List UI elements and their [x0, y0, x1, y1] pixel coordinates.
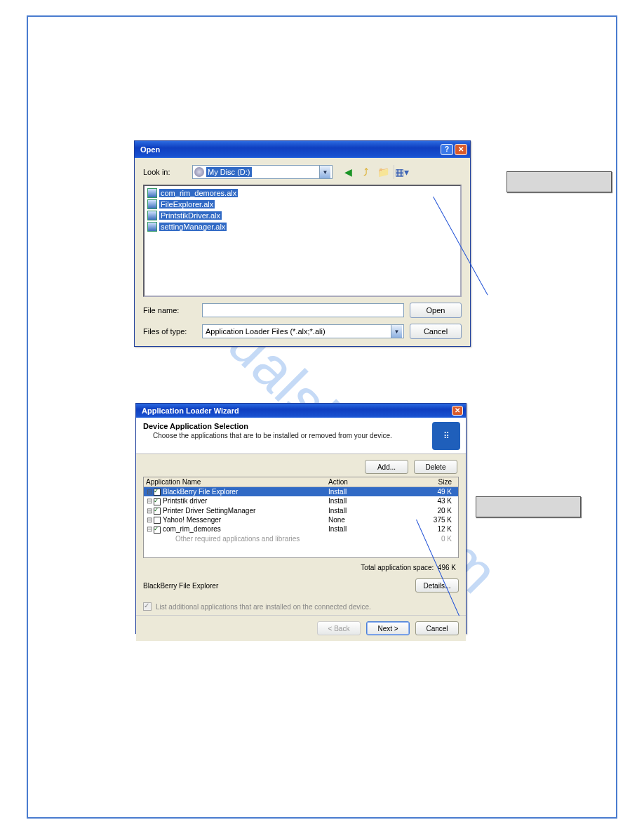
look-in-value: My Disc (D:)	[206, 167, 252, 177]
table-row[interactable]: ⊟Printer Driver SettingManager Install 2…	[144, 506, 458, 515]
wizard-header-title: Device Application Selection	[143, 422, 459, 430]
look-in-label: Look in:	[143, 168, 188, 176]
add-button[interactable]: Add...	[365, 460, 408, 474]
open-titlebar[interactable]: Open ? ✕	[135, 141, 470, 158]
callout-box	[476, 496, 581, 517]
table-row[interactable]: ⊟BlackBerry File Explorer Install 49 K	[144, 487, 458, 496]
file-icon	[147, 188, 157, 198]
file-icon	[147, 211, 157, 220]
file-name-label: File name:	[143, 306, 196, 315]
close-button[interactable]: ✕	[455, 144, 467, 155]
files-of-type-label: Files of type:	[143, 327, 196, 336]
file-item[interactable]: com_rim_demores.alx	[146, 187, 459, 199]
wizard-header: Device Application Selection Choose the …	[136, 418, 466, 454]
close-button[interactable]: ✕	[452, 406, 463, 416]
list-additional-checkbox[interactable]	[143, 602, 152, 611]
wizard-header-subtitle: Choose the applications that are to be i…	[153, 432, 459, 439]
file-icon	[147, 222, 157, 232]
open-title-text: Open	[140, 145, 439, 154]
new-folder-icon[interactable]: 📁	[376, 165, 390, 179]
disk-icon	[194, 167, 204, 177]
wizard-title-text: Application Loader Wizard	[142, 406, 450, 415]
delete-button[interactable]: Delete	[414, 460, 457, 474]
view-menu-icon[interactable]: ▦▾	[394, 165, 408, 179]
look-in-select[interactable]: My Disc (D:) ▼	[192, 165, 333, 179]
grid-header: Application Name Action Size	[144, 477, 458, 487]
help-button[interactable]: ?	[441, 144, 453, 155]
file-icon	[147, 199, 157, 209]
table-row[interactable]: ⊟Printstik driver Install 43 K	[144, 496, 458, 505]
blackberry-logo-icon: ⠿	[432, 422, 460, 450]
callout-box	[507, 171, 612, 192]
chevron-down-icon[interactable]: ▼	[319, 166, 330, 178]
up-folder-icon[interactable]: ⤴	[358, 165, 373, 179]
wizard-titlebar[interactable]: Application Loader Wizard ✕	[136, 404, 466, 418]
back-icon[interactable]: ◀	[341, 165, 355, 179]
